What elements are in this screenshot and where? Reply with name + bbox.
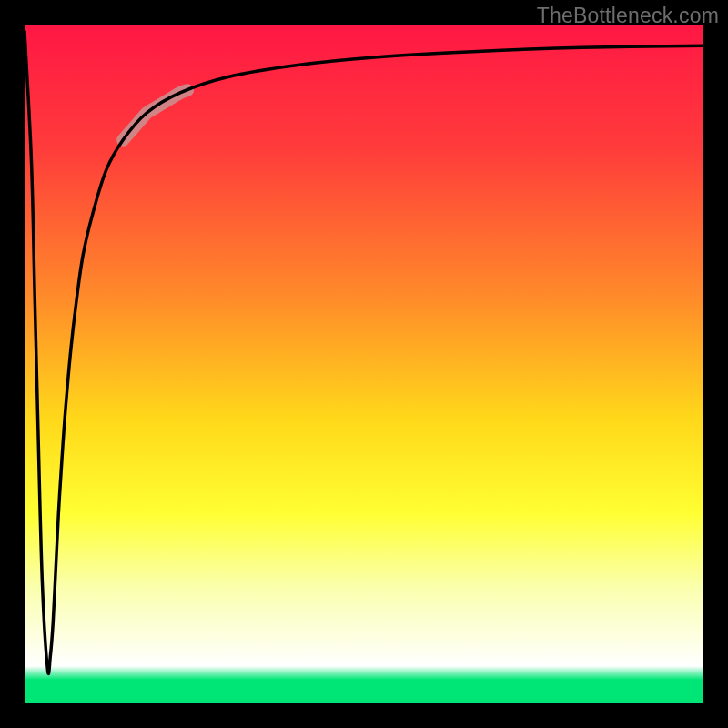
chart-plot-area [25, 25, 703, 703]
attribution-text: TheBottleneck.com [537, 4, 719, 28]
chart-curve [25, 25, 703, 703]
